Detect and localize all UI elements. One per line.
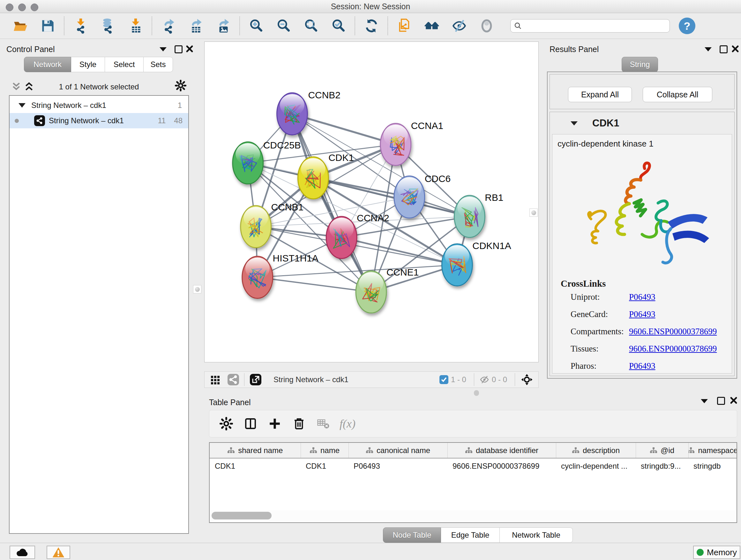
tab-style[interactable]: Style	[71, 57, 105, 72]
zoom-out-button[interactable]	[275, 17, 293, 35]
results-panel-menu-icon[interactable]	[704, 47, 712, 51]
network-edge[interactable]	[341, 238, 457, 265]
expand-all-button[interactable]: Expand All	[568, 87, 632, 102]
network-node-CCNA2[interactable]: CCNA2	[326, 212, 389, 259]
birdseye-navigator-icon[interactable]	[521, 373, 533, 386]
column-header-description[interactable]: description	[556, 443, 636, 458]
tab-edge-table[interactable]: Edge Table	[441, 527, 500, 543]
string-tab-label[interactable]: String	[622, 57, 658, 72]
table-cell[interactable]: 9606.ENSP00000378699	[448, 458, 556, 474]
network-node-CDK1[interactable]: CDK1	[298, 152, 354, 199]
column-header--id[interactable]: @id	[636, 443, 688, 458]
network-node-CDC6[interactable]: CDC6	[394, 173, 451, 218]
horizontal-splitter-handle[interactable]	[474, 390, 479, 396]
detach-view-icon[interactable]	[250, 374, 261, 385]
table-cell[interactable]: CDK1	[210, 458, 300, 474]
warnings-button[interactable]	[47, 546, 70, 559]
manage-columns-button[interactable]	[243, 416, 259, 432]
network-snapshot-button[interactable]	[395, 17, 413, 35]
table-panel-menu-icon[interactable]	[701, 399, 708, 403]
network-collection-row[interactable]: String Network – cdk1 1	[10, 98, 188, 113]
network-node-CCNB2[interactable]: CCNB2	[277, 90, 340, 135]
network-edge[interactable]	[258, 277, 371, 292]
crosslink-value-link[interactable]: 9606.ENSP00000378699	[629, 327, 717, 336]
column-header-shared-name[interactable]: shared name	[210, 443, 300, 458]
network-view-canvas[interactable]: CCNB2CCNA1CDC25BCDK1CDC6RB1CCNB1CCNA2CDK…	[204, 42, 539, 362]
save-session-button[interactable]	[39, 17, 57, 35]
table-cell[interactable]: stringdb	[688, 458, 737, 474]
network-options-gear-icon[interactable]	[175, 80, 186, 91]
add-column-button[interactable]	[267, 416, 283, 432]
network-node-RB1[interactable]: RB1	[454, 192, 503, 238]
column-header-name[interactable]: name	[300, 443, 348, 458]
collection-expander-icon[interactable]	[18, 103, 25, 108]
zoom-in-button[interactable]	[247, 17, 265, 35]
results-panel-float-icon[interactable]	[720, 45, 728, 53]
zoom-fit-content-button[interactable]	[302, 17, 320, 35]
crosslink-value-link[interactable]: P06493	[629, 361, 656, 371]
network-node-CDKN1A[interactable]: CDKN1A	[442, 240, 511, 286]
gene-section-expander-icon[interactable]	[570, 121, 578, 125]
export-image-button[interactable]	[214, 17, 232, 35]
network-row[interactable]: String Network – cdk1 11 48	[10, 113, 188, 128]
tab-network[interactable]: Network	[24, 57, 71, 72]
hidden-elements-icon[interactable]	[480, 375, 489, 384]
import-network-from-file-button[interactable]	[72, 17, 90, 35]
network-node-CCNE1[interactable]: CCNE1	[356, 267, 419, 313]
function-builder-button[interactable]: f(x)	[340, 416, 355, 432]
column-header-database-identifier[interactable]: database identifier	[448, 443, 556, 458]
crosslink-value-link[interactable]: P06493	[629, 292, 656, 302]
memory-button[interactable]: Memory	[693, 546, 740, 559]
help-button[interactable]: ?	[679, 17, 695, 34]
left-splitter-handle[interactable]	[193, 285, 201, 294]
network-overview-icon[interactable]	[227, 374, 239, 385]
right-splitter-handle[interactable]	[529, 208, 538, 217]
export-table-button[interactable]	[187, 17, 205, 35]
open-session-button[interactable]	[11, 17, 29, 35]
control-panel-menu-icon[interactable]	[159, 47, 166, 51]
apply-preferred-layout-button[interactable]	[362, 17, 381, 35]
table-cell[interactable]: stringdb:9...	[636, 458, 688, 474]
table-panel-close-icon[interactable]	[730, 396, 738, 406]
first-neighbors-button[interactable]	[423, 17, 441, 35]
hide-selected-button[interactable]	[450, 17, 468, 35]
control-panel-close-icon[interactable]	[186, 45, 193, 54]
selected-nodes-checkbox[interactable]	[440, 375, 448, 384]
column-header-namespace[interactable]: namespace	[688, 443, 737, 458]
clear-table-button[interactable]	[315, 416, 331, 432]
results-panel-tab-string[interactable]: String	[622, 57, 658, 72]
window-zoom-button[interactable]	[30, 3, 38, 11]
column-header-canonical-name[interactable]: canonical name	[348, 443, 448, 458]
tab-network-table[interactable]: Network Table	[500, 527, 573, 543]
table-panel-float-icon[interactable]	[717, 397, 725, 405]
import-network-from-database-button[interactable]	[99, 17, 117, 35]
window-close-button[interactable]	[6, 3, 13, 11]
zoom-selected-button[interactable]	[330, 17, 347, 35]
table-cell[interactable]: cyclin-dependent ...	[556, 458, 636, 474]
network-edge[interactable]	[292, 114, 371, 292]
window-minimize-button[interactable]	[18, 3, 26, 11]
network-edge[interactable]	[292, 114, 395, 145]
table-cell[interactable]: CDK1	[300, 458, 348, 474]
table-hscroll-track[interactable]	[210, 510, 736, 521]
export-network-button[interactable]	[159, 17, 178, 35]
tab-sets[interactable]: Sets	[144, 57, 173, 72]
table-hscroll-thumb[interactable]	[212, 512, 272, 519]
show-graphics-details-button[interactable]	[478, 17, 495, 35]
collapse-all-button[interactable]: Collapse All	[643, 87, 712, 102]
network-node-CCNA1[interactable]: CCNA1	[381, 120, 443, 165]
crosslink-value-link[interactable]: P06493	[629, 309, 656, 319]
import-table-from-file-button[interactable]	[127, 17, 145, 35]
grid-view-icon[interactable]	[210, 374, 220, 385]
crosslink-value-link[interactable]: 9606.ENSP00000378699	[629, 344, 717, 354]
app-store-cloud-button[interactable]	[10, 546, 35, 559]
control-panel-float-icon[interactable]	[175, 45, 183, 53]
search-input[interactable]	[522, 21, 666, 30]
tab-select[interactable]: Select	[105, 57, 144, 72]
tab-node-table[interactable]: Node Table	[383, 527, 441, 543]
delete-column-button[interactable]	[291, 416, 307, 432]
table-cell[interactable]: P06493	[348, 458, 448, 474]
results-panel-close-icon[interactable]	[731, 45, 739, 54]
network-type-icon	[34, 115, 45, 126]
table-settings-button[interactable]	[218, 416, 234, 432]
